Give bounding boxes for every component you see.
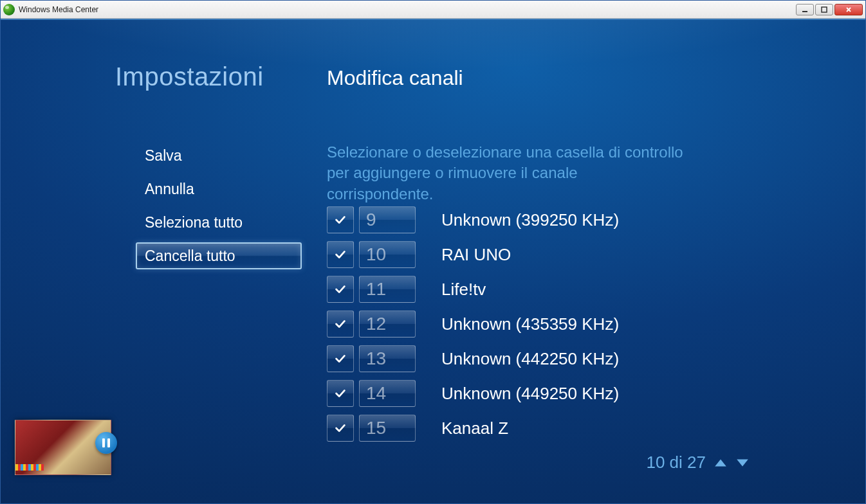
channel-number: 12: [366, 314, 386, 334]
channel-name[interactable]: Unknown (399250 KHz): [441, 210, 619, 230]
picture-in-picture[interactable]: [15, 420, 111, 475]
menu-item-label: Salva: [145, 147, 182, 165]
pager: 10 di 27: [646, 453, 750, 473]
menu-item-3[interactable]: Cancella tutto: [136, 242, 302, 269]
app-icon: [3, 4, 15, 15]
minimize-icon: [802, 6, 808, 13]
menu-item-1[interactable]: Annulla: [136, 176, 302, 203]
app-window: Windows Media Center Impostazioni Modifi…: [0, 0, 866, 504]
channel-number-box[interactable]: 12: [359, 310, 416, 338]
channel-row: 14Unknown (449250 KHz): [327, 379, 777, 408]
channel-number: 13: [366, 348, 386, 369]
pause-icon[interactable]: [95, 432, 117, 454]
sidebar-menu: SalvaAnnullaSeleziona tuttoCancella tutt…: [136, 142, 302, 269]
channel-row: 12Unknown (435359 KHz): [327, 309, 777, 339]
page-title: Modifica canali: [327, 66, 463, 90]
channel-checkbox[interactable]: [327, 345, 354, 372]
channel-row: 13Unknown (442250 KHz): [327, 344, 777, 374]
page-up-icon[interactable]: [714, 458, 728, 468]
svg-rect-0: [802, 11, 807, 12]
channel-number: 11: [366, 279, 386, 300]
channel-checkbox[interactable]: [327, 241, 354, 268]
svg-rect-1: [822, 7, 827, 12]
close-icon: [845, 6, 852, 13]
pager-text: 10 di 27: [646, 453, 706, 473]
check-icon: [333, 421, 347, 435]
channel-number: 15: [366, 418, 386, 438]
channel-row: 15Kanaal Z: [327, 413, 777, 443]
channel-name[interactable]: Life!tv: [441, 280, 486, 300]
pip-logo-stripe: [15, 464, 44, 471]
titlebar[interactable]: Windows Media Center: [1, 1, 865, 19]
channel-checkbox[interactable]: [327, 206, 354, 233]
menu-item-label: Cancella tutto: [145, 248, 235, 265]
channel-checkbox[interactable]: [327, 310, 354, 338]
channel-checkbox[interactable]: [327, 380, 354, 407]
check-icon: [333, 386, 347, 401]
close-button[interactable]: [834, 4, 863, 15]
channel-number-box[interactable]: 14: [359, 380, 416, 407]
minimize-button[interactable]: [796, 4, 814, 15]
menu-item-2[interactable]: Seleziona tutto: [136, 209, 302, 236]
channel-name[interactable]: Unknown (442250 KHz): [441, 349, 619, 369]
channel-number-box[interactable]: 9: [359, 206, 416, 233]
menu-item-label: Annulla: [145, 181, 194, 198]
channel-name[interactable]: Unknown (449250 KHz): [441, 384, 619, 404]
maximize-icon: [821, 6, 827, 13]
instructions-text: Selezionare o deselezionare una casella …: [327, 142, 687, 204]
check-icon: [333, 213, 347, 227]
channel-number-box[interactable]: 13: [359, 345, 416, 372]
channel-checkbox[interactable]: [327, 276, 354, 303]
channel-number-box[interactable]: 15: [359, 415, 416, 442]
channel-row: 11Life!tv: [327, 274, 777, 304]
channel-name[interactable]: RAI UNO: [441, 245, 511, 265]
channel-name[interactable]: Unknown (435359 KHz): [441, 314, 619, 334]
window-buttons: [796, 4, 863, 15]
channel-name[interactable]: Kanaal Z: [441, 419, 508, 438]
page-down-icon[interactable]: [735, 458, 750, 468]
client-area: Impostazioni Modifica canali SalvaAnnull…: [1, 19, 865, 503]
channel-row: 9Unknown (399250 KHz): [327, 205, 777, 235]
check-icon: [333, 317, 347, 331]
check-icon: [333, 282, 347, 296]
check-icon: [333, 352, 347, 366]
menu-item-0[interactable]: Salva: [136, 142, 302, 169]
channel-number-box[interactable]: 11: [359, 276, 416, 303]
channel-checkbox[interactable]: [327, 415, 354, 442]
channel-number-box[interactable]: 10: [359, 241, 416, 268]
channel-number: 14: [366, 383, 386, 404]
channel-number: 10: [366, 244, 386, 265]
check-icon: [333, 248, 347, 262]
maximize-button[interactable]: [815, 4, 833, 15]
channel-row: 10RAI UNO: [327, 240, 777, 269]
channel-list: 9Unknown (399250 KHz)10RAI UNO11Life!tv1…: [327, 205, 777, 443]
menu-item-label: Seleziona tutto: [145, 214, 243, 231]
channel-number: 9: [366, 210, 376, 230]
settings-heading: Impostazioni: [115, 62, 264, 91]
window-title: Windows Media Center: [19, 5, 98, 14]
